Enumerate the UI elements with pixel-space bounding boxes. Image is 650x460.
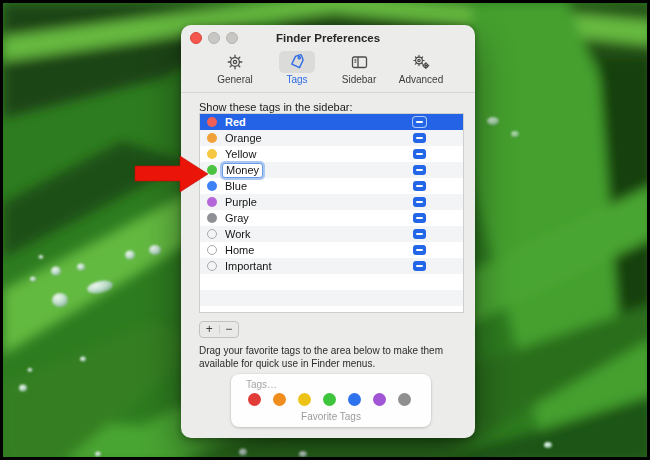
tag-color-dot (207, 261, 217, 271)
tag-name: Important (225, 260, 271, 272)
tag-row[interactable]: Gray (200, 210, 463, 226)
favorite-tag-dot[interactable] (398, 393, 411, 406)
favorite-tag-dot[interactable] (323, 393, 336, 406)
sidebar-icon (350, 53, 369, 71)
tag-color-dot (207, 117, 217, 127)
close-button[interactable] (190, 32, 202, 44)
minus-icon (416, 265, 423, 267)
remove-from-sidebar-button[interactable] (413, 149, 426, 159)
remove-from-sidebar-button[interactable] (413, 261, 426, 271)
tag-color-dot (207, 245, 217, 255)
minus-icon (416, 217, 423, 219)
tag-name: Money (226, 164, 259, 176)
empty-row (200, 274, 463, 290)
remove-from-sidebar-button[interactable] (413, 229, 426, 239)
tag-name-edit-field[interactable]: Money (222, 163, 263, 178)
remove-tag-button[interactable]: − (220, 323, 239, 336)
tag-name: Purple (225, 196, 257, 208)
remove-from-sidebar-button[interactable] (413, 181, 426, 191)
remove-from-sidebar-button[interactable] (413, 213, 426, 223)
favorite-tag-dot[interactable] (248, 393, 261, 406)
minus-icon (416, 121, 423, 123)
tag-list: RedOrangeYellowMoneyBluePurpleGrayWorkHo… (199, 113, 464, 313)
tag-name: Yellow (225, 148, 256, 160)
tag-row[interactable]: Purple (200, 194, 463, 210)
gear-icon (226, 53, 244, 71)
add-remove-control: + − (199, 321, 239, 338)
favorite-tag-dot[interactable] (348, 393, 361, 406)
tag-name: Work (225, 228, 250, 240)
remove-from-sidebar-button[interactable] (413, 197, 426, 207)
minus-icon (416, 185, 423, 187)
tag-color-dot (207, 197, 217, 207)
tag-name: Orange (225, 132, 262, 144)
tag-name: Home (225, 244, 254, 256)
drag-hint-text: Drag your favorite tags to the area belo… (199, 344, 475, 370)
tab-general-label: General (217, 74, 253, 85)
favorite-tag-dot[interactable] (373, 393, 386, 406)
minimize-button[interactable] (208, 32, 220, 44)
empty-row (200, 290, 463, 306)
tags-placeholder: Tags… (246, 379, 277, 390)
favorite-tags-caption: Favorite Tags (231, 411, 431, 422)
tag-row[interactable]: Orange (200, 130, 463, 146)
tag-name: Blue (225, 180, 247, 192)
favorite-tag-dots (248, 393, 411, 406)
tag-color-dot (207, 133, 217, 143)
screenshot-frame: Finder Preferences General Tags (0, 0, 650, 460)
gears-icon (411, 53, 431, 71)
tag-row[interactable]: Red (200, 114, 463, 130)
minus-icon (416, 249, 423, 251)
favorite-tag-dot[interactable] (273, 393, 286, 406)
remove-from-sidebar-button[interactable] (413, 133, 426, 143)
favorite-tags-well: Tags… Favorite Tags (231, 374, 431, 427)
tab-tags-label: Tags (286, 74, 307, 85)
tag-color-dot (207, 229, 217, 239)
minus-icon (416, 137, 423, 139)
remove-from-sidebar-button[interactable] (413, 117, 426, 127)
minus-icon (416, 153, 423, 155)
tab-advanced-label: Advanced (399, 74, 443, 85)
tag-row[interactable]: Blue (200, 178, 463, 194)
finder-preferences-window: Finder Preferences General Tags (181, 25, 475, 438)
tab-tags[interactable]: Tags (274, 51, 320, 85)
annotation-arrow (134, 153, 211, 195)
tag-name: Gray (225, 212, 249, 224)
list-heading: Show these tags in the sidebar: (199, 101, 352, 113)
zoom-button[interactable] (226, 32, 238, 44)
tab-sidebar-label: Sidebar (342, 74, 376, 85)
tag-row[interactable]: Yellow (200, 146, 463, 162)
tag-row[interactable]: Money (200, 162, 463, 178)
empty-row (200, 306, 463, 313)
minus-icon (416, 201, 423, 203)
minus-icon (416, 169, 423, 171)
tag-color-dot (207, 213, 217, 223)
favorite-tag-dot[interactable] (298, 393, 311, 406)
remove-from-sidebar-button[interactable] (413, 165, 426, 175)
tab-advanced[interactable]: Advanced (398, 51, 444, 85)
tag-icon (288, 53, 307, 71)
minus-icon (416, 233, 423, 235)
remove-from-sidebar-button[interactable] (413, 245, 426, 255)
tag-row[interactable]: Work (200, 226, 463, 242)
tag-row[interactable]: Home (200, 242, 463, 258)
tag-row[interactable]: Important (200, 258, 463, 274)
add-tag-button[interactable]: + (200, 323, 219, 336)
preferences-toolbar: General Tags Sidebar (181, 49, 475, 91)
tab-general[interactable]: General (212, 51, 258, 85)
tag-name: Red (225, 116, 246, 128)
tab-sidebar[interactable]: Sidebar (336, 51, 382, 85)
toolbar-divider (181, 92, 475, 93)
titlebar[interactable]: Finder Preferences (181, 25, 475, 49)
